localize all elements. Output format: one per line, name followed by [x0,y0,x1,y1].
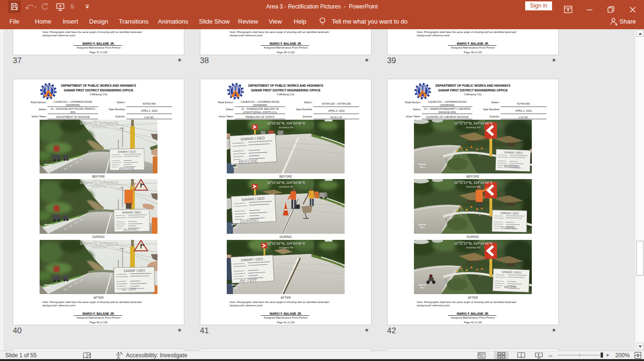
svg-text:BEFORE: BEFORE [119,166,135,171]
svg-text:DURING: DURING [240,217,259,223]
svg-text:DURING: DURING [501,225,516,230]
svg-text:BEFORE: BEFORE [239,158,258,164]
svg-text:BEFORE: BEFORE [504,164,520,169]
svg-text:AFTER: AFTER [239,277,257,283]
svg-text:DURING: DURING [123,228,138,232]
svg-text:AFTER: AFTER [122,287,136,292]
svg-text:AFTER: AFTER [504,285,517,289]
